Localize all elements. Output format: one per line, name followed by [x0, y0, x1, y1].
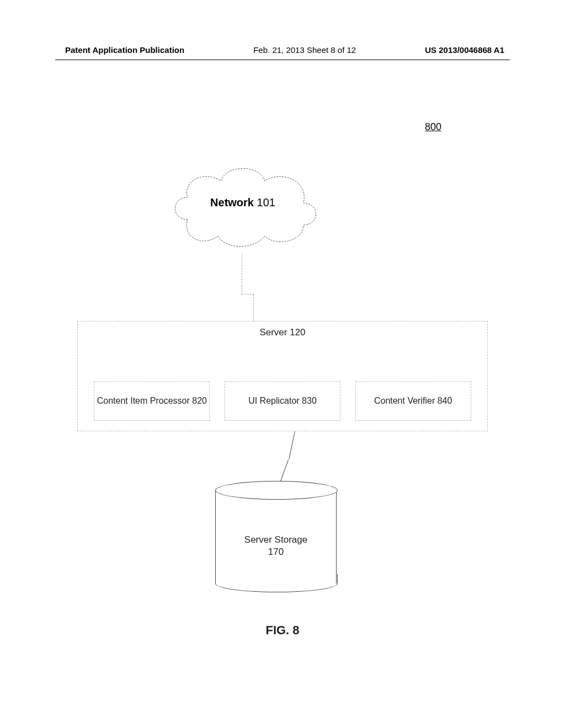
storage-label-line1: Server Storage [244, 534, 307, 545]
figure-caption: FIG. 8 [0, 623, 565, 638]
header-date-sheet: Feb. 21, 2013 Sheet 8 of 12 [253, 45, 356, 55]
module-ui-replicator: UI Replicator 830 [225, 381, 340, 421]
header-publication: Patent Application Publication [65, 45, 184, 55]
server-modules-row: Content Item Processor 820 UI Replicator… [78, 381, 487, 421]
storage-label: Server Storage 170 [215, 534, 337, 558]
network-label-name: Network [210, 196, 254, 208]
connector-cloud-to-server [242, 254, 242, 286]
module-content-verifier: Content Verifier 840 [355, 381, 471, 421]
server-title: Server 120 [78, 327, 487, 338]
connector-into-server [253, 295, 254, 321]
connector-jog [242, 286, 254, 295]
header-rule [55, 60, 510, 60]
storage-label-line2: 170 [268, 547, 284, 557]
network-cloud: Network 101 [166, 153, 320, 253]
header-pub-number: US 2013/0046868 A1 [425, 45, 504, 55]
figure-reference-number: 800 [425, 121, 441, 133]
server-storage: Server Storage 170 [215, 481, 337, 591]
page-header: Patent Application Publication Feb. 21, … [0, 45, 565, 55]
server-container: Server 120 Content Item Processor 820 UI… [77, 321, 488, 431]
connector-server-to-storage-upper [289, 431, 295, 459]
connector-server-to-storage-lower [280, 460, 289, 482]
network-label: Network 101 [166, 196, 320, 209]
module-content-item-processor: Content Item Processor 820 [94, 381, 210, 421]
network-label-num: 101 [254, 196, 275, 208]
